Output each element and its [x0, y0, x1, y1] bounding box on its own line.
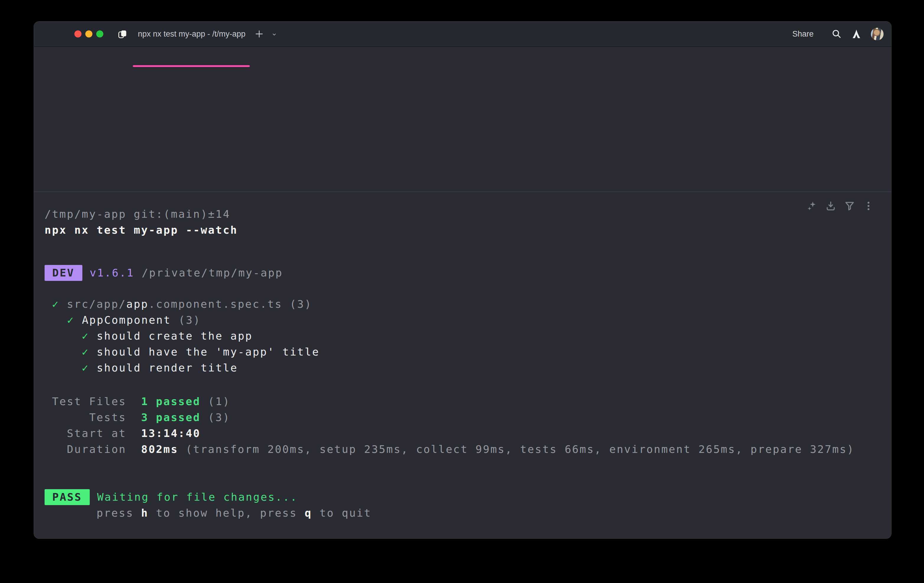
test-tree: ✓ src/app/app.component.spec.ts (3) ✓ Ap… [45, 296, 885, 376]
file-test-count: (3) [282, 298, 312, 310]
share-button[interactable]: Share [792, 30, 813, 39]
summary-label: Start at [45, 425, 126, 441]
active-tab-underline [133, 65, 250, 67]
summary-row: Duration802ms (transform 200ms, setup 23… [45, 441, 885, 457]
test-case-row: ✓ should create the app [45, 328, 885, 344]
suite-test-count: (3) [171, 314, 201, 326]
test-case-name: should create the app [97, 330, 253, 342]
test-summary: Test Files1 passed (1) Tests3 passed (3)… [45, 394, 885, 457]
summary-label: Duration [45, 441, 126, 457]
test-suite-row: ✓ AppComponent (3) [45, 312, 885, 328]
check-icon: ✓ [82, 346, 89, 358]
project-path: /private/tmp/my-app [134, 267, 283, 279]
watch-status: PASS Waiting for file changes... press h… [45, 489, 885, 521]
summary-value: 13:14:40 [141, 427, 200, 439]
check-icon: ✓ [67, 314, 74, 326]
check-icon: ✓ [82, 362, 89, 374]
check-icon: ✓ [52, 298, 59, 310]
title-bar: npx nx test my-app - /t/my-app Share [34, 21, 891, 47]
search-icon[interactable] [831, 29, 842, 39]
file-path-prefix: src/app/ [67, 298, 126, 310]
summary-row: Start at13:14:40 [45, 425, 885, 441]
summary-row: Tests3 passed (3) [45, 410, 885, 425]
dev-badge: DEV [45, 265, 82, 281]
vitest-version: v1.6.1 [82, 267, 134, 279]
help-text: press [97, 507, 141, 519]
help-line: press h to show help, press q to quit [45, 505, 885, 521]
summary-row: Test Files1 passed (1) [45, 394, 885, 410]
summary-value: 802ms [141, 443, 178, 455]
summary-value: 1 passed [141, 395, 200, 407]
waiting-message: Waiting for file changes... [90, 491, 298, 503]
test-case-row: ✓ should have the 'my-app' title [45, 344, 885, 360]
test-case-row: ✓ should render title [45, 360, 885, 376]
terminal-output: /tmp/my-app git:(main)±14 npx nx test my… [34, 192, 891, 521]
suite-name: AppComponent [82, 314, 171, 326]
chevron-down-icon[interactable] [271, 31, 277, 38]
help-key-q: q [305, 507, 312, 519]
traffic-lights [74, 30, 103, 38]
summary-extra: (1) [200, 395, 230, 407]
warp-logo-icon[interactable] [851, 29, 861, 39]
pass-line: PASS Waiting for file changes... [45, 489, 885, 505]
test-case-name: should have the 'my-app' title [97, 346, 319, 358]
minimize-window-button[interactable] [85, 30, 92, 38]
summary-label: Tests [45, 410, 126, 425]
summary-value: 3 passed [141, 411, 200, 423]
file-name: app [126, 298, 149, 310]
help-text: to show help, press [148, 507, 305, 519]
file-path-suffix: .component.spec.ts [148, 298, 282, 310]
new-tab-button[interactable] [254, 29, 264, 39]
help-key-h: h [141, 507, 148, 519]
test-file-row: ✓ src/app/app.component.spec.ts (3) [45, 296, 885, 312]
maximize-window-button[interactable] [96, 30, 103, 38]
terminal-window: npx nx test my-app - /t/my-app Share [34, 21, 891, 539]
summary-label: Test Files [45, 394, 126, 410]
vitest-dev-line: DEV v1.6.1 /private/tmp/my-app [45, 265, 885, 281]
summary-extra: (3) [200, 411, 230, 423]
check-icon: ✓ [82, 330, 89, 342]
command-line: npx nx test my-app --watch [45, 222, 885, 238]
pass-badge: PASS [45, 489, 90, 505]
help-text: to quit [312, 507, 371, 519]
tab-title[interactable]: npx nx test my-app - /t/my-app [138, 21, 246, 46]
close-window-button[interactable] [74, 30, 81, 38]
test-case-name: should render title [97, 362, 238, 374]
avatar[interactable] [871, 28, 884, 40]
summary-extra: (transform 200ms, setup 235ms, collect 9… [178, 443, 855, 455]
prompt-line: /tmp/my-app git:(main)±14 [45, 206, 885, 222]
pages-icon[interactable] [118, 29, 127, 39]
